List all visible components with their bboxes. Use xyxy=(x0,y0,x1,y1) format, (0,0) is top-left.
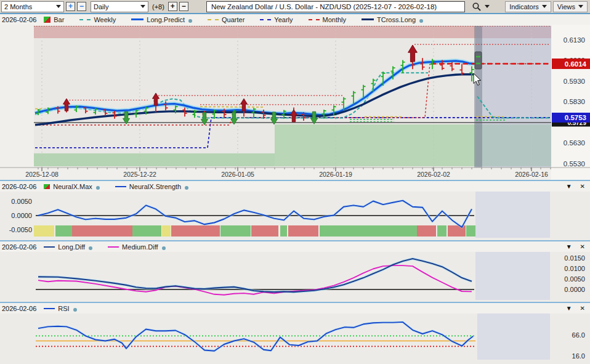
svg-text:0.0000: 0.0000 xyxy=(11,212,32,219)
svg-text:66.0: 66.0 xyxy=(572,331,585,339)
chart-date-label: 2026-02-06 xyxy=(2,305,36,312)
legend-item-tcross-long[interactable]: TCross.Long xyxy=(362,16,423,23)
legend-swatch xyxy=(260,19,271,20)
info-dot-icon xyxy=(188,19,192,23)
symbol-title-box[interactable]: New Zealand Dollar / U.S. Dollar - NZD/U… xyxy=(206,1,465,12)
legend-item-yearly[interactable]: Yearly xyxy=(260,16,293,23)
info-dot-icon xyxy=(89,246,92,250)
add-bars-button[interactable]: + xyxy=(168,2,177,11)
svg-text:2026-01-19: 2026-01-19 xyxy=(319,171,352,178)
chevron-down-icon xyxy=(542,5,547,8)
svg-text:-0.0050: -0.0050 xyxy=(9,226,32,233)
collapse-panel-icon[interactable]: ▼ xyxy=(566,183,572,190)
svg-text:0.0050: 0.0050 xyxy=(564,275,585,283)
legend-item-rsi[interactable]: RSI xyxy=(44,305,76,312)
legend-swatch xyxy=(108,246,119,248)
legend-item-monthly[interactable]: Monthly xyxy=(309,16,347,23)
legend-swatch xyxy=(115,186,126,187)
info-dot-icon xyxy=(419,19,423,23)
legend-item-medium-diff[interactable]: Medium.Diff xyxy=(108,243,165,251)
indicators-button[interactable]: Indicators xyxy=(505,1,551,12)
info-dot-icon xyxy=(162,246,166,250)
svg-text:0.0100: 0.0100 xyxy=(564,265,585,272)
legend-item-long-diff[interactable]: Long.Diff xyxy=(44,243,92,251)
svg-text:0.5753: 0.5753 xyxy=(565,114,586,121)
range-select[interactable]: 2 Months xyxy=(1,1,64,12)
symbol-title: New Zealand Dollar / U.S. Dollar - NZD/U… xyxy=(211,3,437,10)
svg-text:16.0: 16.0 xyxy=(572,352,585,360)
legend-swatch xyxy=(79,19,91,20)
legend-item-weekly[interactable]: Weekly xyxy=(79,16,116,23)
legend-swatch xyxy=(131,18,143,20)
app-window: 2 Months + − Daily (+8) + − New Zealand … xyxy=(0,0,590,364)
range-select-value: 2 Months xyxy=(4,3,32,10)
views-button[interactable]: Views xyxy=(553,1,588,12)
svg-text:2026-01-05: 2026-01-05 xyxy=(221,171,254,178)
chevron-down-icon xyxy=(578,5,583,8)
remove-bars-button[interactable]: − xyxy=(179,2,188,11)
collapse-panel-icon[interactable]: ▼ xyxy=(566,243,572,250)
svg-text:0.5930: 0.5930 xyxy=(564,78,585,85)
chart-date-label: 2026-02-06 xyxy=(2,183,36,190)
close-panel-icon[interactable]: ✕ xyxy=(580,305,585,312)
legend-swatch xyxy=(44,246,55,248)
legend-item-long-predict[interactable]: Long.Predict xyxy=(131,16,192,23)
legend-label: Medium.Diff xyxy=(122,243,158,251)
legend-swatch xyxy=(44,184,50,189)
svg-text:0.5830: 0.5830 xyxy=(564,98,585,105)
legend-swatch xyxy=(44,308,55,309)
chart-date-label: 2026-02-06 xyxy=(2,243,36,251)
toolbar: 2 Months + − Daily (+8) + − New Zealand … xyxy=(0,0,590,14)
legend-label: Monthly xyxy=(323,16,347,23)
legend-label: Weekly xyxy=(94,16,116,23)
legend-label: Quarter xyxy=(222,16,244,23)
legend-label: NeuralX.Max xyxy=(53,183,92,190)
legend-swatch xyxy=(44,17,51,23)
main-chart-legend: 2026-02-06 BarWeeklyLong.PredictQuarterY… xyxy=(0,14,590,25)
rsi-panel-legend: 2026-02-06 RSI ▼ ✕ xyxy=(0,303,590,313)
svg-text:0.6130: 0.6130 xyxy=(564,36,585,44)
legend-label: Long.Diff xyxy=(58,243,85,251)
chevron-down-icon xyxy=(56,5,61,8)
info-dot-icon xyxy=(96,186,100,190)
legend-label: Bar xyxy=(54,16,64,23)
chevron-down-icon xyxy=(140,5,145,8)
legend-item-bar[interactable]: Bar xyxy=(44,16,64,23)
forecast-slider-handle[interactable] xyxy=(475,52,482,69)
info-dot-icon xyxy=(73,308,77,312)
legend-label: Yearly xyxy=(274,16,293,23)
legend-swatch xyxy=(362,18,374,20)
legend-item-neuralx-max[interactable]: NeuralX.Max xyxy=(44,183,100,190)
range-increase-button[interactable]: + xyxy=(66,2,75,11)
svg-text:0.5530: 0.5530 xyxy=(564,160,585,168)
legend-label: TCross.Long xyxy=(377,16,416,23)
svg-text:0.6014: 0.6014 xyxy=(565,60,587,68)
legend-swatch xyxy=(208,19,219,20)
svg-text:0.5630: 0.5630 xyxy=(564,139,585,147)
neural-panel-legend: 2026-02-06 NeuralX.MaxNeuralX.Strength ▼… xyxy=(0,181,590,192)
legend-swatch xyxy=(309,19,320,20)
main-price-chart[interactable]: 0.61300.60300.59300.58300.56300.55300.57… xyxy=(0,25,590,180)
svg-text:2025-12-08: 2025-12-08 xyxy=(25,171,59,178)
legend-label: NeuralX.Strength xyxy=(129,183,181,190)
svg-text:2025-12-22: 2025-12-22 xyxy=(123,171,156,178)
chart-date-label: 2026-02-06 xyxy=(2,16,36,23)
interval-select[interactable]: Daily xyxy=(91,1,148,12)
interval-select-value: Daily xyxy=(94,3,108,10)
info-dot-icon xyxy=(185,186,188,190)
search-icon[interactable] xyxy=(472,2,482,12)
collapse-panel-icon[interactable]: ▼ xyxy=(566,305,572,312)
svg-text:0.0150: 0.0150 xyxy=(564,254,585,262)
diff-panel-legend: 2026-02-06 Long.DiffMedium.Diff ▼ ✕ xyxy=(0,241,590,252)
close-panel-icon[interactable]: ✕ xyxy=(580,243,585,250)
svg-text:0.0000: 0.0000 xyxy=(564,286,585,293)
forecast-bars-count: (+8) xyxy=(152,3,164,10)
range-decrease-button[interactable]: − xyxy=(77,2,86,11)
search-dropdown-icon[interactable] xyxy=(485,5,490,8)
svg-text:0.0050: 0.0050 xyxy=(11,198,32,205)
svg-text:2026-02-02: 2026-02-02 xyxy=(417,171,450,178)
legend-item-neuralx-strength[interactable]: NeuralX.Strength xyxy=(115,183,188,190)
legend-label: Long.Predict xyxy=(147,16,185,23)
close-panel-icon[interactable]: ✕ xyxy=(580,183,585,190)
legend-item-quarter[interactable]: Quarter xyxy=(208,16,244,23)
